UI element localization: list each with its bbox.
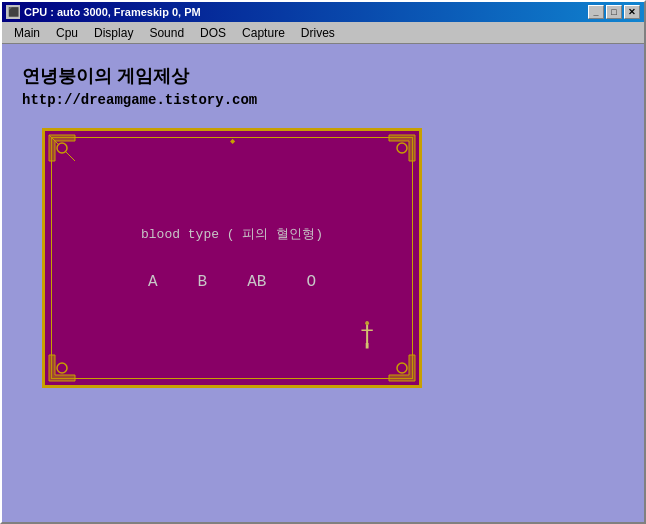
corner-ornament-br xyxy=(387,353,417,383)
menu-sound[interactable]: Sound xyxy=(141,24,192,42)
corner-ornament-tr xyxy=(387,133,417,163)
blood-type-options: A B AB O xyxy=(148,273,316,291)
menu-cpu[interactable]: Cpu xyxy=(48,24,86,42)
menu-bar: Main Cpu Display Sound DOS Capture Drive… xyxy=(2,22,644,44)
blood-option-b[interactable]: B xyxy=(198,273,208,291)
blood-type-label: blood type ( 피의 혈인형) xyxy=(141,225,323,243)
corner-ornament-tl xyxy=(47,133,77,163)
svg-point-2 xyxy=(57,363,67,373)
blood-option-a[interactable]: A xyxy=(148,273,158,291)
corner-ornament-bl xyxy=(47,353,77,383)
blood-option-ab[interactable]: AB xyxy=(247,273,266,291)
game-window: ⬥ blood type ( 피의 혈인형) A B AB O xyxy=(42,128,422,388)
title-buttons: _ □ ✕ xyxy=(588,5,640,19)
maximize-button[interactable]: □ xyxy=(606,5,622,19)
menu-dos[interactable]: DOS xyxy=(192,24,234,42)
main-window: ⬛ CPU : auto 3000, Frameskip 0, PM _ □ ✕… xyxy=(0,0,646,524)
svg-point-8 xyxy=(364,320,370,326)
svg-point-1 xyxy=(397,143,407,153)
svg-point-3 xyxy=(397,363,407,373)
menu-drives[interactable]: Drives xyxy=(293,24,343,42)
blood-option-o[interactable]: O xyxy=(306,273,316,291)
blog-url: http://dreamgame.tistory.com xyxy=(22,92,257,108)
top-center-ornament: ⬥ xyxy=(229,133,236,147)
app-icon: ⬛ xyxy=(6,5,20,19)
blog-title: 연녕붕이의 게임제상 xyxy=(22,64,189,88)
minimize-button[interactable]: _ xyxy=(588,5,604,19)
window-title: CPU : auto 3000, Frameskip 0, PM xyxy=(24,6,201,18)
menu-main[interactable]: Main xyxy=(6,24,48,42)
content-area: 연녕붕이의 게임제상 http://dreamgame.tistory.com xyxy=(2,44,644,522)
menu-display[interactable]: Display xyxy=(86,24,141,42)
close-button[interactable]: ✕ xyxy=(624,5,640,19)
title-bar: ⬛ CPU : auto 3000, Frameskip 0, PM _ □ ✕ xyxy=(2,2,644,22)
menu-capture[interactable]: Capture xyxy=(234,24,293,42)
